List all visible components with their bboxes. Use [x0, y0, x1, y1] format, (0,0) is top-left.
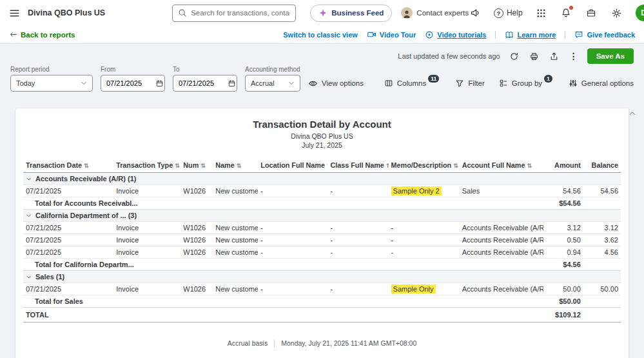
accounting-method-select[interactable]: Accrual	[245, 75, 300, 92]
col-class[interactable]: Class Full Name⇅	[327, 158, 388, 173]
help-button[interactable]: ? Help	[494, 8, 523, 18]
filter-label: Filter	[468, 79, 485, 87]
export-icon[interactable]	[548, 50, 560, 63]
group-header-row[interactable]: California Department of ... (3)	[23, 210, 621, 222]
megaphone-icon[interactable]	[469, 6, 482, 19]
col-transaction-date[interactable]: Transaction Date⇅	[23, 158, 113, 173]
contact-experts-label: Contact experts	[416, 9, 469, 17]
group-header-row[interactable]: Accounts Receivable (A/R) (1)	[23, 173, 621, 185]
learn-more-link[interactable]: Learn more	[505, 30, 556, 39]
group-header-row[interactable]: Sales (1)	[23, 271, 621, 283]
from-date-field: From	[101, 66, 165, 92]
col-transaction-type[interactable]: Transaction Type⇅	[113, 158, 181, 173]
global-search[interactable]	[172, 5, 296, 22]
back-to-reports-link[interactable]: Back to reports	[9, 30, 75, 39]
search-input[interactable]	[191, 9, 290, 17]
company-name: Divina QBO Plus US	[28, 8, 105, 17]
to-date-field: To	[173, 66, 237, 92]
contact-experts-button[interactable]: Contact experts	[401, 7, 469, 19]
to-date-input-wrap[interactable]	[173, 75, 237, 92]
cell-name: New customer	[213, 246, 258, 259]
col-label: Transaction Date	[26, 161, 82, 169]
highlighted-memo: Sample Only 2	[391, 186, 442, 195]
chevron-down-icon[interactable]	[26, 213, 32, 219]
col-memo[interactable]: Memo/Description⇅	[389, 158, 460, 173]
report-period-field: Report period Today	[10, 66, 93, 92]
cell-empty	[583, 308, 621, 323]
more-options-icon[interactable]: ⋮	[568, 50, 580, 62]
group-by-button[interactable]: Group by 1	[499, 75, 554, 92]
refresh-icon[interactable]	[508, 50, 520, 63]
group-header-cell: Sales (1)	[23, 271, 621, 283]
apps-grid-icon[interactable]	[535, 7, 547, 19]
columns-icon	[384, 79, 393, 88]
print-icon[interactable]	[528, 50, 540, 63]
col-name[interactable]: Name⇅	[213, 158, 258, 173]
table-row[interactable]: 07/21/2025 Invoice W1026 New customer - …	[23, 283, 621, 295]
sort-icon: ⇅	[84, 163, 89, 169]
general-options-button[interactable]: General options	[569, 75, 634, 92]
from-date-input[interactable]	[106, 79, 151, 87]
save-as-button[interactable]: Save As	[587, 48, 634, 64]
chevron-down-icon[interactable]	[26, 274, 32, 280]
col-amount[interactable]: Amount	[543, 158, 583, 173]
from-date-input-wrap[interactable]	[101, 75, 165, 92]
cell-balance: 3.12	[583, 222, 621, 234]
col-label: Transaction Type	[116, 161, 173, 169]
video-tutorials-link[interactable]: Video tutorials	[425, 30, 486, 39]
cell-name: New customer	[213, 222, 258, 234]
columns-button[interactable]: Columns 11	[384, 75, 441, 92]
filter-button[interactable]: Filter	[455, 75, 485, 92]
collapse-toolbar-button[interactable]	[627, 108, 638, 119]
col-location[interactable]: Location Full Name⇅	[258, 158, 327, 173]
separator	[274, 340, 275, 347]
col-num[interactable]: Num⇅	[181, 158, 213, 173]
user-avatar[interactable]: D	[636, 5, 644, 21]
cell-date: 07/21/2025	[23, 234, 113, 246]
cell-memo: -	[389, 234, 460, 246]
total-label: Total for Sales	[23, 295, 543, 308]
cell-name: New customer	[213, 283, 258, 295]
table-row[interactable]: 07/21/2025 Invoice W1026 New customer - …	[23, 246, 621, 259]
table-row[interactable]: 07/21/2025 Invoice W1026 New customer - …	[23, 185, 621, 197]
report-period-select[interactable]: Today	[10, 75, 93, 92]
give-feedback-link[interactable]: Give feedback	[574, 30, 635, 39]
highlighted-memo: Sample Only	[391, 284, 436, 293]
total-label: Total for Accounts Receivabl...	[23, 197, 543, 210]
back-link-label: Back to reports	[21, 31, 75, 39]
table-row[interactable]: 07/21/2025 Invoice W1026 New customer - …	[23, 234, 621, 246]
hamburger-menu-icon[interactable]	[8, 6, 21, 20]
calendar-icon[interactable]	[155, 79, 164, 88]
toolbar-filters-row: Report period Today From To	[10, 66, 634, 92]
business-feed-label: Business Feed	[331, 9, 384, 17]
group-total-row: Total for Accounts Receivabl... $54.56	[23, 197, 621, 210]
report-period-value: Today	[16, 79, 35, 87]
cell-amount: 0.50	[543, 234, 583, 246]
cell-num: W1026	[181, 185, 213, 197]
cell-amount: 54.56	[543, 185, 583, 197]
cell-empty	[583, 197, 621, 210]
view-options-button[interactable]: View options	[308, 75, 364, 92]
col-account[interactable]: Account Full Name⇅	[460, 158, 543, 173]
report-table: Transaction Date⇅ Transaction Type⇅ Num⇅…	[23, 158, 621, 323]
group-header-label: Sales (1)	[35, 273, 64, 281]
report-toolbar: Last updated a few seconds ago ⋮ Save As…	[0, 44, 644, 99]
eye-icon	[308, 79, 318, 88]
cell-account: Accounts Receivable (A/R)	[460, 246, 543, 259]
chevron-down-icon[interactable]	[26, 176, 32, 182]
chevron-down-icon	[288, 80, 295, 86]
col-balance[interactable]: Balance	[583, 158, 621, 173]
separator	[565, 31, 565, 39]
video-tour-link[interactable]: Video Tour	[367, 30, 416, 39]
briefcase-icon[interactable]	[585, 6, 598, 19]
to-date-input[interactable]	[179, 79, 224, 87]
play-circle-icon	[425, 30, 434, 39]
calendar-icon[interactable]	[228, 79, 236, 88]
gear-icon[interactable]	[610, 6, 623, 20]
business-feed-button[interactable]: Business Feed	[310, 5, 392, 22]
switch-classic-view-link[interactable]: Switch to classic view	[283, 31, 358, 39]
table-row[interactable]: 07/21/2025 Invoice W1026 New customer - …	[23, 222, 621, 234]
group-header-label: Accounts Receivable (A/R) (1)	[35, 175, 136, 183]
notifications-bell-icon[interactable]	[560, 6, 572, 19]
chevron-down-icon	[81, 80, 87, 86]
